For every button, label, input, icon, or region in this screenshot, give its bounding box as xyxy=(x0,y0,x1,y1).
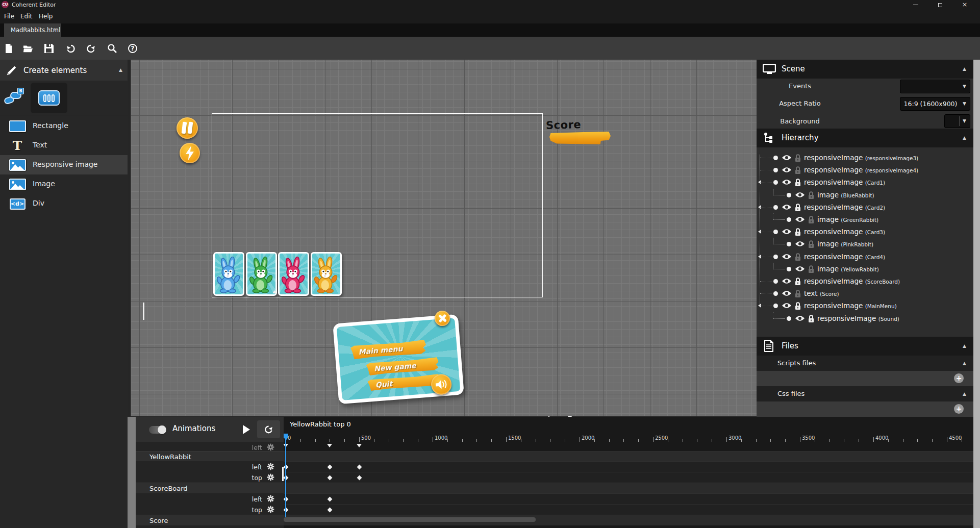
select-bullet[interactable] xyxy=(773,168,778,172)
create-item-rectangle[interactable]: Rectangle xyxy=(0,116,128,136)
gear-icon[interactable] xyxy=(267,506,274,513)
sound-button[interactable] xyxy=(431,373,453,395)
new-file-button[interactable] xyxy=(2,42,15,55)
main-menu-button[interactable]: Main menu xyxy=(350,340,427,360)
hierarchy-item-responsiveImage3[interactable]: responsiveImage (responsiveImage3) xyxy=(757,152,973,164)
visibility-eye-icon[interactable] xyxy=(782,179,791,185)
select-bullet[interactable] xyxy=(773,156,778,160)
play-button[interactable] xyxy=(243,425,250,434)
card-BlueRabbit[interactable] xyxy=(213,252,244,296)
lock-icon[interactable] xyxy=(794,154,801,162)
background-color-picker[interactable]: ▼ xyxy=(944,114,970,128)
create-item-text[interactable]: T Text xyxy=(0,136,128,155)
lock-icon[interactable] xyxy=(794,203,801,211)
hierarchy-item-MainMenu[interactable]: responsiveImage (MainMenu) xyxy=(757,299,973,312)
lock-icon[interactable] xyxy=(808,191,814,199)
canvas-scrollbar-thumb[interactable] xyxy=(143,303,144,320)
search-button[interactable] xyxy=(106,42,119,55)
timeline-lane-YellowRabbit[interactable] xyxy=(284,451,973,461)
lock-icon[interactable] xyxy=(794,228,801,236)
card-YellowRabbit[interactable] xyxy=(311,252,342,296)
select-bullet[interactable] xyxy=(787,267,791,271)
animations-toggle[interactable] xyxy=(149,426,166,434)
card-GreenRabbit[interactable] xyxy=(246,252,277,296)
panel-scrollbar[interactable] xyxy=(973,60,980,528)
hierarchy-item-Score[interactable]: text (Score) xyxy=(757,287,973,299)
timeline-lane-top[interactable] xyxy=(284,504,973,515)
lock-icon[interactable] xyxy=(808,265,814,273)
add-script-button[interactable]: + xyxy=(954,373,964,383)
lock-icon[interactable] xyxy=(808,314,814,322)
keyframe-group-marker[interactable] xyxy=(327,444,332,447)
open-file-button[interactable] xyxy=(21,42,35,55)
hierarchy-item-GreenRabbit[interactable]: image (GreenRabbit) xyxy=(757,213,973,225)
keyframe-diamond[interactable] xyxy=(327,508,332,513)
card-PinkRabbit[interactable] xyxy=(278,252,309,296)
save-button[interactable] xyxy=(42,42,56,55)
main-menu-popup[interactable]: Main menu New game Quit xyxy=(333,314,464,405)
select-bullet[interactable] xyxy=(773,279,778,284)
visibility-eye-icon[interactable] xyxy=(782,167,791,173)
collapse-arrow-icon[interactable]: ▲ xyxy=(119,67,122,72)
visibility-eye-icon[interactable] xyxy=(782,155,791,161)
select-bullet[interactable] xyxy=(787,316,791,321)
close-button[interactable]: × xyxy=(957,0,972,9)
lock-icon[interactable] xyxy=(794,166,801,174)
track-group-YellowRabbit[interactable]: YellowRabbit xyxy=(136,451,284,461)
visibility-eye-icon[interactable] xyxy=(782,254,791,260)
scene-section-header[interactable]: Scene ▲ xyxy=(757,60,973,79)
visibility-eye-icon[interactable] xyxy=(782,290,791,296)
gear-icon[interactable] xyxy=(267,473,274,481)
create-item-image[interactable]: Image xyxy=(0,174,128,194)
visibility-eye-icon[interactable] xyxy=(795,192,805,198)
collapse-arrow-icon[interactable]: ▲ xyxy=(963,66,966,71)
hierarchy-item-Card3[interactable]: responsiveImage (Card3) xyxy=(757,225,973,238)
collapse-arrow-icon[interactable]: ▲ xyxy=(963,391,966,396)
lock-icon[interactable] xyxy=(794,178,801,186)
quit-button[interactable]: Quit xyxy=(367,374,440,391)
redo-button[interactable] xyxy=(84,42,97,55)
keyframe-diamond[interactable] xyxy=(357,475,362,481)
track-property-left[interactable]: left xyxy=(136,442,284,451)
timeline[interactable]: YellowRabbit top 0 050010001500200025003… xyxy=(284,417,973,528)
new-game-button[interactable]: New game xyxy=(366,357,439,376)
scene-canvas[interactable]: Score xyxy=(131,60,757,416)
hierarchy-item-Card4[interactable]: responsiveImage (Card4) xyxy=(757,250,973,263)
add-css-button[interactable]: + xyxy=(954,404,964,414)
popup-close-button[interactable] xyxy=(434,310,450,326)
canvas-scroll-up-icon[interactable] xyxy=(272,290,277,293)
collapse-arrow-icon[interactable]: ▲ xyxy=(963,343,966,348)
create-item-responsive-image[interactable]: Responsive image xyxy=(0,155,128,174)
playhead-line[interactable] xyxy=(285,434,286,517)
timeline-lane-top[interactable] xyxy=(284,472,973,483)
track-property-top[interactable]: top xyxy=(136,504,284,515)
tab-widgets-selected[interactable] xyxy=(31,83,67,113)
track-property-left[interactable]: left xyxy=(136,493,284,504)
maximize-button[interactable] xyxy=(933,0,948,9)
select-bullet[interactable] xyxy=(773,230,778,234)
collapse-arrow-icon[interactable]: ▲ xyxy=(963,361,966,366)
keyframe-group-marker[interactable] xyxy=(357,444,362,447)
lock-icon[interactable] xyxy=(794,277,801,285)
select-bullet[interactable] xyxy=(773,291,778,296)
visibility-eye-icon[interactable] xyxy=(795,266,805,272)
tab-basic-shapes[interactable]: B xyxy=(4,88,28,110)
timeline-lane-ScoreBoard[interactable] xyxy=(284,483,973,493)
css-files-header[interactable]: Css files ▲ xyxy=(757,386,973,401)
menu-help[interactable]: Help xyxy=(39,13,53,20)
keyframe-diamond[interactable] xyxy=(327,465,332,470)
undo-button[interactable] xyxy=(64,42,78,55)
keyframe-diamond[interactable] xyxy=(357,465,362,470)
keyframe-diamond[interactable] xyxy=(327,475,332,481)
lock-icon[interactable] xyxy=(794,289,801,297)
visibility-eye-icon[interactable] xyxy=(795,315,805,321)
hierarchy-item-Card1[interactable]: responsiveImage (Card1) xyxy=(757,176,973,188)
events-dropdown[interactable]: ▼ xyxy=(900,80,970,93)
visibility-eye-icon[interactable] xyxy=(795,241,805,247)
score-text[interactable]: Score xyxy=(546,118,582,132)
lock-icon[interactable] xyxy=(794,253,801,261)
files-section-header[interactable]: Files ▲ xyxy=(757,337,973,356)
visibility-eye-icon[interactable] xyxy=(782,229,791,235)
create-elements-header[interactable]: Create elements ▲ xyxy=(0,60,128,81)
select-bullet[interactable] xyxy=(773,180,778,185)
